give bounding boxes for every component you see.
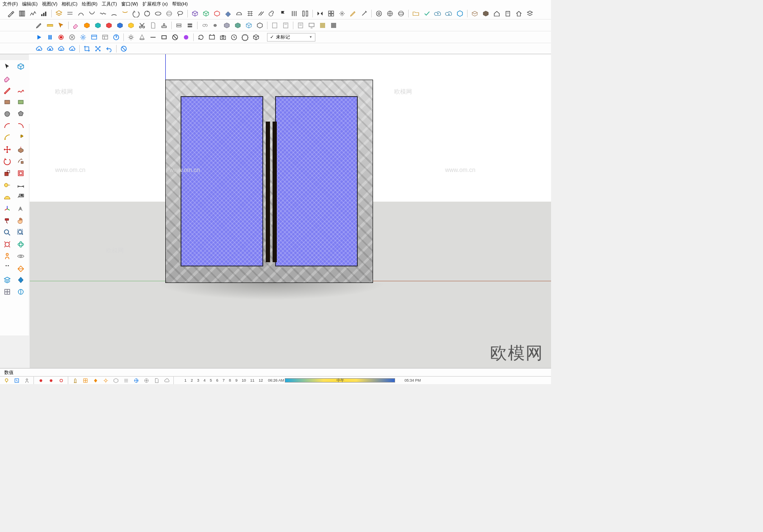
cloud-up-icon[interactable] (433, 9, 443, 18)
brush-icon[interactable] (6, 9, 16, 18)
cube-main-icon[interactable] (14, 61, 27, 72)
grid-status-icon[interactable] (81, 377, 90, 384)
orbit-tool-icon[interactable] (14, 239, 27, 250)
menu-tools[interactable]: 工具(T) (102, 1, 117, 7)
followme-icon[interactable] (14, 156, 27, 167)
box-teal-icon[interactable] (93, 21, 103, 30)
dot3-icon[interactable] (56, 377, 66, 384)
stack1-icon[interactable] (174, 21, 184, 30)
box-open-icon[interactable] (470, 9, 480, 18)
tower-icon[interactable] (70, 377, 80, 384)
zigzag-icon[interactable] (28, 9, 38, 18)
radial2-icon[interactable] (93, 44, 103, 53)
person-status-icon[interactable] (22, 377, 31, 384)
menu-camera[interactable]: 相机(C) (61, 1, 77, 7)
doc-icon[interactable] (148, 21, 158, 30)
dot-purple-icon[interactable] (181, 33, 191, 42)
box-status-icon[interactable] (111, 377, 120, 384)
cloud-person-icon[interactable] (45, 44, 55, 53)
sphere-icon[interactable] (164, 9, 174, 18)
cubes3-icon[interactable] (222, 21, 232, 30)
lasso-icon[interactable] (175, 9, 185, 18)
columns-icon[interactable] (17, 9, 27, 18)
ruler-icon[interactable] (45, 21, 55, 30)
screen-icon[interactable] (306, 21, 317, 30)
cubes4-icon[interactable] (233, 21, 243, 30)
pointer-icon[interactable] (1, 61, 14, 72)
zoom-window-icon[interactable] (14, 227, 27, 238)
wand-icon[interactable] (359, 9, 369, 18)
columns2-icon[interactable] (300, 9, 310, 18)
geo-icon[interactable] (2, 377, 11, 384)
arc2-icon[interactable] (120, 9, 130, 18)
parallel-icon[interactable] (256, 9, 266, 18)
arc-icon[interactable] (109, 9, 119, 18)
scale-tool-icon[interactable] (1, 168, 14, 179)
pushpull-icon[interactable] (14, 144, 27, 155)
badge-icon[interactable] (240, 33, 250, 42)
menu-draw[interactable]: 绘图(R) (82, 1, 97, 7)
eraser-icon[interactable] (1, 73, 14, 84)
mirror-icon[interactable] (315, 9, 325, 18)
menu-edit[interactable]: 编辑(E) (22, 1, 38, 7)
hex-icon[interactable] (455, 9, 465, 18)
diamond-tool-icon[interactable] (14, 274, 27, 285)
help-icon[interactable] (111, 33, 121, 42)
no-icon[interactable] (170, 33, 180, 42)
walk-tool-icon[interactable] (1, 263, 14, 274)
loop-icon[interactable] (142, 9, 152, 18)
target-icon[interactable] (374, 9, 384, 18)
person-tool-icon[interactable] (1, 251, 14, 262)
wave-icon[interactable] (98, 9, 108, 18)
eye-tool-icon[interactable] (14, 251, 27, 262)
stamp-icon[interactable] (159, 21, 169, 30)
section-tool-icon[interactable] (14, 263, 27, 274)
home-icon[interactable] (492, 9, 502, 18)
tag-dropdown[interactable]: ✓ 未标记 (267, 33, 315, 42)
cone-icon[interactable] (137, 33, 147, 42)
offset-tool-icon[interactable] (14, 168, 27, 179)
rotate-arc-icon[interactable] (131, 9, 141, 18)
cubes6-icon[interactable] (255, 21, 265, 30)
flag-icon[interactable] (278, 9, 288, 18)
zoom-tool-icon[interactable] (1, 227, 14, 238)
cube2-icon[interactable] (201, 9, 211, 18)
time-slider[interactable]: 123456789101112 06:26 AM 中午 05:34 PM (184, 378, 421, 383)
text-tool-icon[interactable]: A1 (14, 191, 27, 202)
bars-icon[interactable] (39, 9, 49, 18)
menu-help[interactable]: 帮助(H) (172, 1, 188, 7)
menu-extensions[interactable]: 扩展程序 (x) (142, 1, 168, 7)
clock-icon[interactable] (229, 33, 239, 42)
protractor-icon[interactable] (1, 191, 14, 202)
rotate-tool-icon[interactable] (1, 156, 14, 167)
rect2-tool-icon[interactable] (14, 97, 27, 108)
freehand-icon[interactable] (14, 85, 27, 96)
check-icon[interactable] (422, 9, 432, 18)
layers-icon[interactable] (54, 9, 64, 18)
paint-tool-icon[interactable] (1, 215, 14, 226)
stripes-icon[interactable] (289, 9, 299, 18)
stop-icon[interactable] (67, 33, 77, 42)
dome-icon[interactable] (234, 9, 244, 18)
arc3-tool-icon[interactable] (1, 132, 14, 143)
cubes5-icon[interactable] (244, 21, 254, 30)
box-orange-icon[interactable] (82, 21, 92, 30)
eraser2-icon[interactable] (71, 21, 81, 30)
crop-icon[interactable] (82, 44, 92, 53)
viewport-3d[interactable]: 欧模网 www.om.cn www.om.cn 欧模网 欧模网 www.om.c… (30, 54, 551, 368)
cloud-sync-icon[interactable] (56, 44, 66, 53)
box-blue-icon[interactable] (115, 21, 125, 30)
sheet3-icon[interactable] (295, 21, 306, 30)
line-icon[interactable] (148, 33, 158, 42)
sun-status-icon[interactable] (101, 377, 110, 384)
plane-icon[interactable] (223, 9, 233, 18)
polygon-tool-icon[interactable] (14, 108, 27, 119)
grid4-icon[interactable] (326, 9, 336, 18)
curve2-icon[interactable] (87, 9, 97, 18)
extra1-icon[interactable] (1, 286, 14, 297)
rect-tool-icon[interactable] (1, 97, 14, 108)
building-icon[interactable] (503, 9, 513, 18)
swatch2-icon[interactable] (329, 21, 339, 30)
record-icon[interactable] (56, 33, 66, 42)
pencil-icon[interactable] (348, 9, 358, 18)
